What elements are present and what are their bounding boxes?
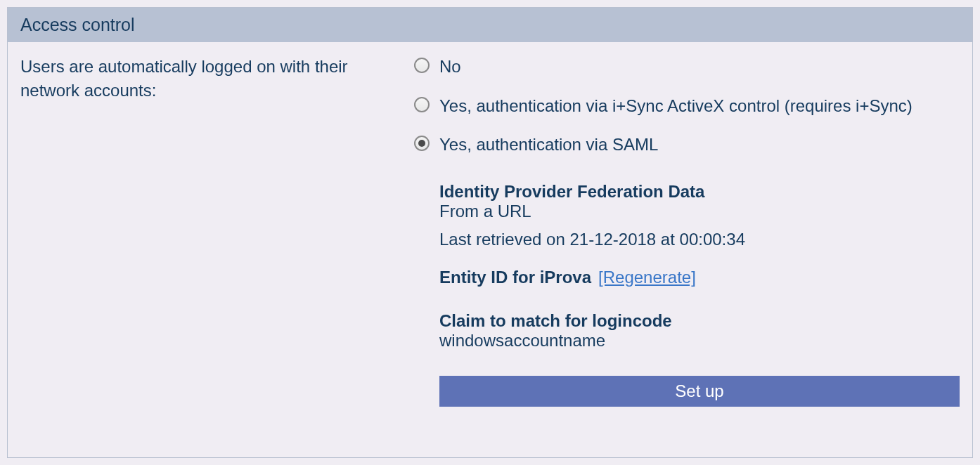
radio-saml[interactable]	[414, 136, 430, 151]
radio-no[interactable]	[414, 58, 430, 73]
radio-option-saml[interactable]: Yes, authentication via SAML	[414, 133, 960, 157]
idp-federation-block: Identity Provider Federation Data From a…	[439, 182, 960, 249]
radio-saml-label: Yes, authentication via SAML	[439, 133, 658, 157]
panel-title: Access control	[20, 15, 135, 34]
claim-heading: Claim to match for logincode	[439, 311, 960, 331]
saml-details: Identity Provider Federation Data From a…	[439, 182, 960, 407]
panel-header: Access control	[8, 8, 972, 42]
claim-value: windowsaccountname	[439, 331, 960, 351]
idp-heading: Identity Provider Federation Data	[439, 182, 960, 202]
auto-logon-label: Users are automatically logged on with t…	[20, 55, 386, 102]
setting-value-column: No Yes, authentication via i+Sync Active…	[414, 55, 960, 407]
entity-id-row: Entity ID for iProva [Regenerate]	[439, 268, 960, 287]
idp-source: From a URL	[439, 202, 960, 221]
auto-logon-radio-group: No Yes, authentication via i+Sync Active…	[414, 55, 960, 157]
radio-activex[interactable]	[414, 97, 430, 112]
radio-option-no[interactable]: No	[414, 55, 960, 79]
setup-button[interactable]: Set up	[439, 376, 960, 407]
radio-option-activex[interactable]: Yes, authentication via i+Sync ActiveX c…	[414, 94, 960, 118]
radio-activex-label: Yes, authentication via i+Sync ActiveX c…	[439, 94, 913, 118]
claim-block: Claim to match for logincode windowsacco…	[439, 311, 960, 351]
access-control-panel: Access control Users are automatically l…	[7, 7, 973, 458]
panel-body: Users are automatically logged on with t…	[8, 42, 972, 407]
idp-last-retrieved: Last retrieved on 21-12-2018 at 00:00:34	[439, 230, 960, 249]
setting-label-column: Users are automatically logged on with t…	[20, 55, 386, 407]
radio-no-label: No	[439, 55, 461, 79]
entity-id-heading: Entity ID for iProva	[439, 268, 591, 287]
regenerate-link[interactable]: [Regenerate]	[598, 268, 696, 287]
